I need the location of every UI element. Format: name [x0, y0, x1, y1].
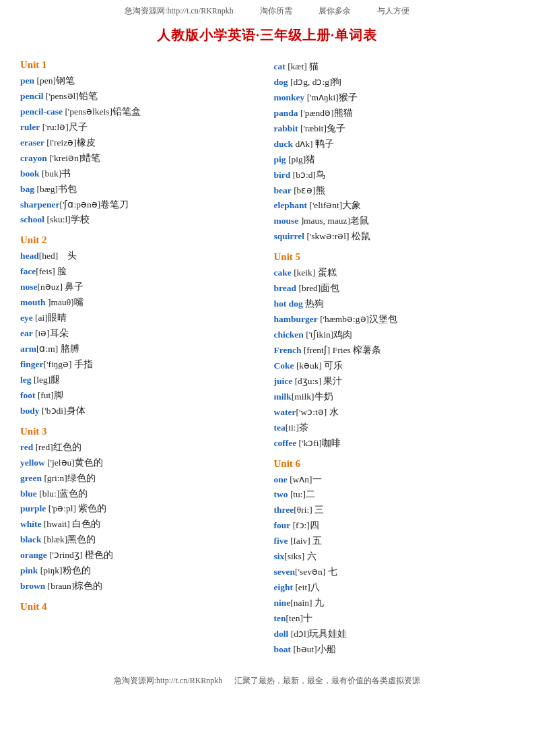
list-item: face[feis] 脸 — [20, 264, 261, 280]
list-item: doll [dɔl]玩具娃娃 — [274, 627, 514, 642]
list-item: milk[milk]牛奶 — [274, 389, 514, 405]
list-item: foot [fut]脚 — [20, 388, 261, 404]
list-item: hamburger ['hæmbə:gə]汉堡包 — [274, 312, 514, 327]
list-item: pink [piŋk]粉色的 — [20, 563, 261, 579]
list-item: squirrel ['skwə:rəl] 松鼠 — [274, 229, 514, 245]
list-item: nose[nəuz] 鼻子 — [20, 280, 261, 295]
unit1-word-list: pen [pen]钢笔 pencil ['pensəl]铅笔 pencil-ca… — [20, 73, 261, 228]
top-slogan1: 淘你所需 — [260, 6, 292, 15]
top-slogan2: 展你多余 — [319, 6, 351, 15]
bottom-site: 急淘资源网:http://t.cn/RKRnpkh — [114, 676, 223, 685]
unit5-title: Unit 5 — [274, 251, 514, 263]
list-item: cat [kæt] 猫 — [274, 59, 514, 75]
unit3-word-list: red [red]红色的 yellow ['jeləu]黄色的 green [g… — [20, 440, 261, 594]
list-item: duck dʌk] 鸭子 — [274, 137, 514, 152]
list-item: bear [bɛə]熊 — [274, 183, 514, 199]
list-item: panda ['pændə]熊猫 — [274, 106, 514, 121]
list-item: tea[ti:]茶 — [274, 420, 514, 436]
list-item: pencil ['pensəl]铅笔 — [20, 89, 261, 104]
list-item: two [tu:]二 — [274, 487, 514, 503]
list-item: head[hed] 头 — [20, 249, 261, 264]
list-item: purple ['pə:pl] 紫色的 — [20, 501, 261, 517]
top-slogan3: 与人方便 — [377, 6, 409, 15]
list-item: rabbit ['ræbit]兔子 — [274, 121, 514, 137]
list-item: book [buk]书 — [20, 166, 261, 182]
bottom-bar: 急淘资源网:http://t.cn/RKRnpkh 汇聚了最热，最新，最全，最有… — [0, 668, 534, 691]
unit5-word-list: cake [keik] 蛋糕 bread [bred]面包 hot dog 热狗… — [274, 265, 514, 451]
list-item: red [red]红色的 — [20, 440, 261, 455]
list-item: monkey ['mʌŋki]猴子 — [274, 90, 514, 106]
list-item: bird [bɔ:d]鸟 — [274, 168, 514, 183]
list-item: ten[ten]十 — [274, 611, 514, 627]
list-item: yellow ['jeləu]黄色的 — [20, 455, 261, 471]
list-item: water['wɔ:tə] 水 — [274, 405, 514, 420]
list-item: pencil-case ['pensəlkeis]铅笔盒 — [20, 104, 261, 120]
list-item: bag [bæg]书包 — [20, 182, 261, 197]
list-item: school [sku:l]学校 — [20, 212, 261, 228]
bottom-desc: 汇聚了最热，最新，最全，最有价值的各类虚拟资源 — [234, 676, 420, 685]
unit6-word-list: one [wʌn]一 two [tu:]二 three[θri:] 三 four… — [274, 472, 514, 658]
list-item: coffee ['kɔfi]咖啡 — [274, 436, 514, 451]
list-item: seven['sevən] 七 — [274, 565, 514, 580]
list-item: ear [iə]耳朵 — [20, 326, 261, 342]
list-item: white [hwait] 白色的 — [20, 517, 261, 532]
list-item: hot dog 热狗 — [274, 296, 514, 312]
list-item: ruler ['ru:lə]尺子 — [20, 120, 261, 135]
page-title: 人教版小学英语·三年级上册·单词表 — [0, 26, 534, 44]
unit3-title: Unit 3 — [20, 426, 261, 437]
list-item: orange ['ɔrindʒ] 橙色的 — [20, 548, 261, 563]
list-item: crayon ['kreiən]蜡笔 — [20, 151, 261, 166]
list-item: juice [dʒu:s] 果汁 — [274, 374, 514, 389]
list-item: brown [braun]棕色的 — [20, 579, 261, 594]
unit4-title: Unit 4 — [20, 601, 261, 612]
list-item: arm[ɑ:m] 胳膊 — [20, 342, 261, 357]
list-item: elephant ['elifənt]大象 — [274, 198, 514, 214]
list-item: three[θri:] 三 — [274, 503, 514, 518]
list-item: green [gri:n]绿色的 — [20, 471, 261, 486]
list-item: bread [bred]面包 — [274, 281, 514, 296]
list-item: eraser [i'reizə]橡皮 — [20, 135, 261, 151]
list-item: French [frentʃ] Fries 榨薯条 — [274, 343, 514, 358]
top-bar: 急淘资源网:http://t.cn/RKRnpkh 淘你所需 展你多余 与人方便 — [0, 0, 534, 20]
unit2-word-list: head[hed] 头 face[feis] 脸 nose[nəuz] 鼻子 m… — [20, 249, 261, 418]
list-item: Coke [kəuk] 可乐 — [274, 358, 514, 374]
list-item: dog [dɔg, dɔ:g]狗 — [274, 75, 514, 90]
left-column: Unit 1 pen [pen]钢笔 pencil ['pensəl]铅笔 pe… — [20, 53, 261, 662]
list-item: five [faiv] 五 — [274, 534, 514, 549]
list-item: cake [keik] 蛋糕 — [274, 265, 514, 281]
list-item: black [blæk]黑色的 — [20, 532, 261, 548]
list-item: finger['fiŋgə] 手指 — [20, 357, 261, 373]
list-item: mouse ]maus, mauz]老鼠 — [274, 214, 514, 229]
list-item: chicken ['tʃikin]鸡肉 — [274, 327, 514, 343]
unit4-word-list: cat [kæt] 猫 dog [dɔg, dɔ:g]狗 monkey ['mʌ… — [274, 59, 514, 245]
list-item: eye [ai]眼晴 — [20, 311, 261, 326]
list-item: nine[nain] 九 — [274, 596, 514, 611]
list-item: sharpener['ʃɑ:pənə]卷笔刀 — [20, 197, 261, 213]
list-item: mouth ]mauθ]嘴 — [20, 295, 261, 311]
right-column: cat [kæt] 猫 dog [dɔg, dɔ:g]狗 monkey ['mʌ… — [274, 53, 514, 662]
unit6-title: Unit 6 — [274, 458, 514, 470]
list-item: blue [blu:]蓝色的 — [20, 486, 261, 502]
unit2-title: Unit 2 — [20, 234, 261, 246]
top-site: 急淘资源网:http://t.cn/RKRnpkh — [125, 6, 234, 15]
list-item: leg [leg]腿 — [20, 373, 261, 388]
list-item: pen [pen]钢笔 — [20, 73, 261, 89]
list-item: body ['bɔdi]身体 — [20, 404, 261, 419]
list-item: boat [bəut]小船 — [274, 642, 514, 658]
list-item: eight [eit]八 — [274, 580, 514, 596]
list-item: six[siks] 六 — [274, 549, 514, 565]
unit1-title: Unit 1 — [20, 59, 261, 71]
list-item: four [fɔ:]四 — [274, 518, 514, 534]
list-item: pig [pig]猪 — [274, 152, 514, 168]
list-item: one [wʌn]一 — [274, 472, 514, 488]
